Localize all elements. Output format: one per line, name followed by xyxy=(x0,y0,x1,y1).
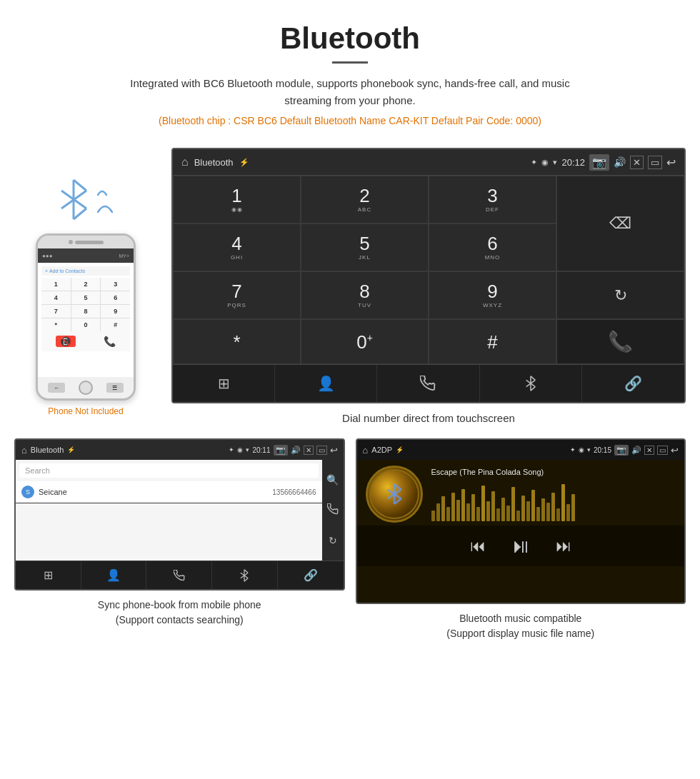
pb-vol-icon[interactable]: 🔊 xyxy=(291,446,301,455)
dialpad-status-bar: ⌂ Bluetooth ⚡ ✦ ◉ ▾ 20:12 📷 🔊 ✕ ▭ ↩ xyxy=(173,149,684,175)
window-icon[interactable]: ▭ xyxy=(648,156,662,169)
camera-icon[interactable]: 📷 xyxy=(589,154,609,171)
dial-key-0[interactable]: 0+ xyxy=(301,319,429,364)
pb-search-bar[interactable]: Search xyxy=(19,463,319,478)
music-screen: ⌂ A2DP ⚡ ✦ ◉ ▾ 20:15 📷 🔊 ✕ ▭ ↩ xyxy=(356,438,686,604)
phone-call-icon: 📞 xyxy=(104,336,116,347)
dial-key-2[interactable]: 2 ABC xyxy=(301,176,429,223)
bt-status-icon: ✦ xyxy=(531,158,537,167)
music-home-icon[interactable]: ⌂ xyxy=(363,445,369,456)
pb-contact-phone: 13566664466 xyxy=(272,488,316,496)
phone-key-0: 0 xyxy=(71,318,101,331)
bluetooth-icon-area xyxy=(54,176,118,223)
eq-bar-26 xyxy=(556,508,560,521)
pb-status-left: ⌂ Bluetooth ⚡ xyxy=(21,445,75,456)
dial-key-3[interactable]: 3 DEF xyxy=(429,176,556,223)
eq-bar-4 xyxy=(446,507,450,521)
dial-key-8[interactable]: 8 TUV xyxy=(301,271,429,319)
pb-grid-btn[interactable]: ⊞ xyxy=(16,561,81,589)
music-album-art xyxy=(366,466,423,523)
dial-key-6[interactable]: 6 MNO xyxy=(429,223,556,271)
pb-phone-btn[interactable] xyxy=(146,561,212,589)
close-icon[interactable]: ✕ xyxy=(630,156,644,169)
dial-refresh-cell[interactable]: ↻ xyxy=(556,271,684,319)
bottom-panels: ⌂ Bluetooth ⚡ ✦ ◉ ▾ 20:11 📷 🔊 ✕ ▭ ↩ xyxy=(0,438,700,663)
eq-bar-6 xyxy=(456,500,460,521)
music-song-title: Escape (The Pina Colada Song) xyxy=(431,468,676,476)
music-camera-icon[interactable]: 📷 xyxy=(614,445,629,456)
phone-key-7: 7 xyxy=(41,305,71,318)
dial-key-4[interactable]: 4 GHI xyxy=(173,223,301,271)
eq-bar-17 xyxy=(511,487,515,521)
pb-bt-btn[interactable] xyxy=(212,561,278,589)
status-right: ✦ ◉ ▾ 20:12 📷 🔊 ✕ ▭ ↩ xyxy=(531,154,676,171)
screen-title: Bluetooth xyxy=(194,157,234,168)
pb-home-icon[interactable]: ⌂ xyxy=(21,445,27,456)
pb-bottom-bar: ⊞ 👤 🔗 xyxy=(16,561,344,589)
pb-camera-icon[interactable]: 📷 xyxy=(274,445,288,456)
dial-backspace-cell[interactable]: ⌫ xyxy=(556,176,684,271)
music-panel: ⌂ A2DP ⚡ ✦ ◉ ▾ 20:15 📷 🔊 ✕ ▭ ↩ xyxy=(356,438,686,641)
home-icon[interactable]: ⌂ xyxy=(181,156,189,169)
phone-screen: +Add to Contacts 1 2 3 4 5 6 7 8 9 * 0 # xyxy=(38,263,134,377)
back-icon[interactable]: ↩ xyxy=(666,156,676,169)
dialpad-link-icon[interactable]: 🔗 xyxy=(582,365,684,402)
volume-icon[interactable]: 🔊 xyxy=(614,156,626,168)
dialpad-grid-icon[interactable]: ⊞ xyxy=(173,365,275,402)
phone-key-9: 9 xyxy=(101,305,130,318)
dialpad-screen: ⌂ Bluetooth ⚡ ✦ ◉ ▾ 20:12 📷 🔊 ✕ ▭ ↩ xyxy=(171,148,686,403)
pb-title: Bluetooth xyxy=(31,446,64,454)
phone-key-6: 6 xyxy=(101,291,130,304)
pb-search-side-icon[interactable]: 🔍 xyxy=(326,474,339,486)
dial-key-hash[interactable]: # xyxy=(429,319,556,364)
dial-key-1[interactable]: 1 ◉◉ xyxy=(173,176,301,223)
bt-bottom-icon xyxy=(524,376,537,391)
wifi-icon: ▾ xyxy=(553,158,557,167)
dialpad-bt-icon[interactable] xyxy=(480,365,582,402)
pb-refresh-side-icon[interactable]: ↻ xyxy=(329,535,337,546)
music-loc-icon: ◉ xyxy=(579,446,584,453)
eq-bar-28 xyxy=(566,504,570,521)
dialpad-user-icon[interactable]: 👤 xyxy=(275,365,377,402)
play-pause-btn[interactable]: ⏯ xyxy=(511,534,531,558)
dialpad-phone-icon[interactable] xyxy=(377,365,479,402)
pb-back-icon[interactable]: ↩ xyxy=(330,445,338,456)
prev-track-btn[interactable]: ⏮ xyxy=(470,537,486,556)
pb-side-icons: 🔍 ↻ xyxy=(322,460,344,561)
svg-line-8 xyxy=(531,387,535,391)
pb-bt-icon: ✦ xyxy=(229,446,234,453)
music-back-icon[interactable]: ↩ xyxy=(671,445,679,456)
pb-link-btn[interactable]: 🔗 xyxy=(278,561,344,589)
music-vol-icon[interactable]: 🔊 xyxy=(631,446,641,455)
dial-key-9[interactable]: 9 WXYZ xyxy=(429,271,556,319)
music-close-icon[interactable]: ✕ xyxy=(644,446,654,455)
next-track-btn[interactable]: ⏭ xyxy=(556,537,571,556)
music-status-right: ✦ ◉ ▾ 20:15 📷 🔊 ✕ ▭ ↩ xyxy=(570,445,679,456)
dial-key-7[interactable]: 7 PQRS xyxy=(173,271,301,319)
music-time: 20:15 xyxy=(594,446,611,454)
pb-call-side-icon[interactable] xyxy=(327,503,339,517)
eq-bar-13 xyxy=(491,491,495,521)
phone-area: ●●● MY+ +Add to Contacts 1 2 3 4 5 6 7 8… xyxy=(14,148,157,416)
svg-line-1 xyxy=(74,180,86,191)
eq-bar-14 xyxy=(496,508,500,521)
dialpad-caption: Dial number direct from touchscreen xyxy=(171,412,686,424)
title-underline xyxy=(332,61,368,64)
music-win-icon[interactable]: ▭ xyxy=(657,446,668,455)
pb-close-icon[interactable]: ✕ xyxy=(304,446,314,455)
page-header: Bluetooth Integrated with BC6 Bluetooth … xyxy=(0,0,700,148)
dial-key-star[interactable]: * xyxy=(173,319,301,364)
eq-bar-21 xyxy=(531,490,535,521)
svg-line-13 xyxy=(244,578,248,581)
pb-contact-row[interactable]: S Seicane 13566664466 xyxy=(16,481,322,503)
signal-wave-2-icon xyxy=(96,199,118,213)
pb-user-btn[interactable]: 👤 xyxy=(81,561,147,589)
eq-bar-2 xyxy=(436,503,440,521)
phone-key-3: 3 xyxy=(101,278,130,291)
pb-win-icon[interactable]: ▭ xyxy=(316,446,327,455)
dial-call-btn[interactable]: 📞 xyxy=(556,319,684,364)
phone-key-hash: # xyxy=(101,318,130,331)
dial-key-5[interactable]: 5 JKL xyxy=(301,223,429,271)
phone-not-included-label: Phone Not Included xyxy=(48,406,123,416)
page-info: (Bluetooth chip : CSR BC6 Default Blueto… xyxy=(14,115,686,126)
